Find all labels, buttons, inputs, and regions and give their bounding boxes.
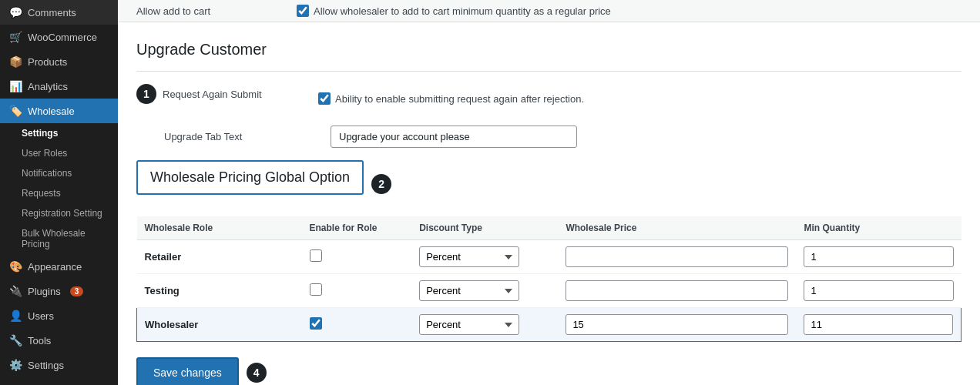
table-row: Testing Percent Fixed [137, 274, 962, 308]
badge-1: 1 [136, 84, 156, 104]
price-input-testing[interactable] [566, 280, 788, 301]
badge-2: 2 [371, 174, 391, 194]
badge-4: 4 [247, 363, 267, 383]
pricing-table-body: Retailer Percent Fixed [137, 240, 962, 342]
save-button[interactable]: Save changes [136, 357, 239, 385]
main-body: Upgrade Customer 1 Request Again Submit … [118, 22, 980, 385]
upgrade-customer-heading-row: Upgrade Customer [136, 35, 962, 59]
allow-add-checkbox[interactable] [297, 5, 309, 17]
table-row: Retailer Percent Fixed [137, 240, 962, 274]
min-input-retailer[interactable] [804, 246, 953, 267]
min-input-testing[interactable] [804, 280, 953, 301]
sidebar-sub-requests[interactable]: Requests [0, 183, 118, 203]
woocommerce-icon: 🛒 [9, 31, 22, 43]
col-header-role: Wholesale Role [137, 216, 302, 240]
table-row: Wholesaler Percent Fixed [137, 308, 962, 342]
discount-select-wholesaler[interactable]: Percent Fixed [419, 314, 519, 335]
sidebar-item-users[interactable]: 👤 Users [0, 303, 118, 328]
enable-cell-retailer[interactable] [302, 240, 412, 274]
col-header-discount: Discount Type [411, 216, 558, 240]
role-cell-testing: Testing [137, 274, 302, 308]
price-input-retailer[interactable] [566, 246, 788, 267]
discount-cell-wholesaler[interactable]: Percent Fixed [411, 308, 558, 342]
sidebar-item-woocommerce[interactable]: 🛒 WooCommerce [0, 25, 118, 49]
settings-icon: ⚙️ [9, 359, 22, 371]
upgrade-tab-label: Upgrade Tab Text [164, 131, 318, 142]
tools-icon: 🔧 [9, 334, 22, 346]
request-again-checkbox[interactable] [318, 92, 331, 105]
price-cell-retailer[interactable] [558, 240, 796, 274]
discount-cell-retailer[interactable]: Percent Fixed [411, 240, 558, 274]
sidebar-item-wholesale[interactable]: 🏷️ Wholesale [0, 99, 118, 123]
discount-cell-testing[interactable]: Percent Fixed [411, 274, 558, 308]
request-again-checkbox-label[interactable]: Ability to enable submitting request aga… [318, 92, 584, 105]
min-cell-wholesaler[interactable] [796, 308, 961, 342]
request-again-row: 1 Request Again Submit Ability to enable… [136, 84, 962, 113]
wholesale-pricing-heading-row: Wholesale Pricing Global Option 2 [136, 160, 962, 207]
price-cell-testing[interactable] [558, 274, 796, 308]
min-cell-retailer[interactable] [796, 240, 961, 274]
wholesale-pricing-title: Wholesale Pricing Global Option [150, 169, 350, 185]
sidebar-sub-notifications[interactable]: Notifications [0, 163, 118, 183]
plugin-count-badge: 3 [70, 286, 84, 296]
allow-add-description: Allow wholesaler to add to cart minimum … [314, 5, 611, 17]
price-input-wholesaler[interactable] [566, 314, 788, 335]
allow-add-checkbox-label[interactable]: Allow wholesaler to add to cart minimum … [297, 5, 611, 17]
enable-checkbox-testing[interactable] [310, 283, 322, 296]
pricing-table: Wholesale Role Enable for Role Discount … [136, 216, 962, 342]
divider-1 [136, 71, 962, 72]
analytics-icon: 📊 [9, 80, 22, 92]
wholesale-icon: 🏷️ [9, 105, 22, 117]
role-cell-wholesaler: Wholesaler [137, 308, 302, 342]
min-cell-testing[interactable] [796, 274, 961, 308]
discount-select-testing[interactable]: Percent Fixed [419, 280, 519, 301]
col-header-min: Min Quantity [796, 216, 961, 240]
request-again-description: Ability to enable submitting request aga… [335, 93, 584, 105]
sidebar-item-tools[interactable]: 🔧 Tools [0, 328, 118, 353]
enable-checkbox-wholesaler[interactable] [310, 317, 322, 330]
sidebar-item-settings[interactable]: ⚙️ Settings [0, 353, 118, 377]
sidebar-item-analytics[interactable]: 📊 Analytics [0, 74, 118, 99]
enable-cell-testing[interactable] [302, 274, 412, 308]
enable-cell-wholesaler[interactable] [302, 308, 412, 342]
sidebar: 💬 Comments 🛒 WooCommerce 📦 Products 📊 An… [0, 0, 118, 385]
sidebar-item-plugins[interactable]: 🔌 Plugins 3 [0, 279, 118, 303]
role-cell-retailer: Retailer [137, 240, 302, 274]
sidebar-sub-bulk-wholesale[interactable]: Bulk Wholesale Pricing [0, 223, 118, 254]
main-content: Allow add to cart Allow wholesaler to ad… [118, 0, 980, 385]
sidebar-item-comments[interactable]: 💬 Comments [0, 0, 118, 25]
sidebar-item-appearance[interactable]: 🎨 Appearance [0, 254, 118, 279]
upgrade-tab-input-group: Upgrade your account please [331, 126, 577, 148]
sidebar-sub-user-roles[interactable]: User Roles [0, 143, 118, 163]
users-icon: 👤 [9, 310, 22, 322]
appearance-icon: 🎨 [9, 260, 22, 273]
allow-add-to-cart-row: Allow add to cart Allow wholesaler to ad… [118, 0, 980, 22]
col-header-price: Wholesale Price [558, 216, 796, 240]
allow-add-label: Allow add to cart [136, 5, 290, 17]
plugins-icon: 🔌 [9, 285, 22, 297]
upgrade-tab-text-input[interactable]: Upgrade your account please [331, 126, 577, 148]
wholesale-pricing-box: Wholesale Pricing Global Option [136, 160, 364, 195]
sidebar-sub-settings[interactable]: Settings [0, 123, 118, 143]
sidebar-item-products[interactable]: 📦 Products [0, 49, 118, 74]
upgrade-tab-text-row: Upgrade Tab Text Upgrade your account pl… [136, 126, 962, 148]
pricing-table-head: Wholesale Role Enable for Role Discount … [137, 216, 962, 240]
enable-checkbox-retailer[interactable] [310, 249, 322, 262]
min-input-wholesaler[interactable] [804, 314, 953, 335]
price-cell-wholesaler[interactable] [558, 308, 796, 342]
products-icon: 📦 [9, 55, 22, 68]
discount-select-retailer[interactable]: Percent Fixed [419, 246, 519, 267]
request-again-label: Request Again Submit [163, 89, 262, 100]
save-row: Save changes 4 [136, 357, 962, 385]
pricing-table-header-row: Wholesale Role Enable for Role Discount … [137, 216, 962, 240]
col-header-enable: Enable for Role [302, 216, 412, 240]
comments-icon: 💬 [9, 6, 22, 18]
upgrade-customer-heading: Upgrade Customer [136, 41, 267, 59]
sidebar-sub-registration[interactable]: Registration Setting [0, 203, 118, 223]
